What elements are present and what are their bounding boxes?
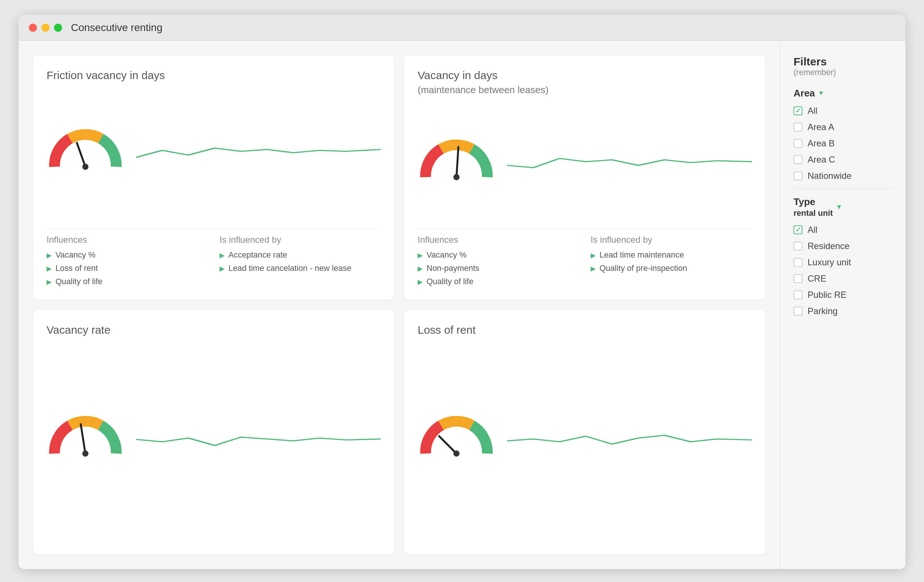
svg-line-2 xyxy=(457,147,458,176)
list-item: ▶Vacancy % xyxy=(417,250,579,260)
window-title: Consecutive renting xyxy=(71,22,162,34)
area-label: Area xyxy=(794,87,815,99)
arrow-icon: ▶ xyxy=(46,251,52,259)
list-item: ▶Non-payments xyxy=(417,264,579,273)
area-b-checkbox[interactable] xyxy=(794,139,802,148)
parking-checkbox[interactable] xyxy=(794,307,802,316)
area-c-label: Area C xyxy=(808,155,835,165)
public-re-label: Public RE xyxy=(808,290,846,300)
filters-subtitle: (remember) xyxy=(794,68,892,77)
list-item: ▶Loss of rent xyxy=(46,264,208,273)
title-bar: Consecutive renting xyxy=(18,15,906,41)
type-all-label: All xyxy=(808,225,818,235)
area-a-checkbox[interactable] xyxy=(794,123,802,132)
window-controls xyxy=(29,24,62,32)
svg-point-1 xyxy=(82,164,89,170)
friction-influences-col: Influences ▶Vacancy % ▶Loss of rent ▶Qua… xyxy=(46,235,208,286)
cre-checkbox[interactable] xyxy=(794,274,802,283)
vacancy-days-gauge xyxy=(417,138,495,183)
vacancy-rate-sparkline xyxy=(136,419,381,456)
sparkline-svg-2 xyxy=(507,142,752,179)
content-area: Friction vacancy in days xyxy=(18,41,906,569)
maximize-button[interactable] xyxy=(54,24,62,32)
arrow-icon: ▶ xyxy=(219,265,225,273)
type-option-cre[interactable]: CRE xyxy=(794,274,892,284)
type-label: Type xyxy=(794,196,833,208)
svg-point-3 xyxy=(454,174,460,180)
arrow-icon: ▶ xyxy=(591,265,596,273)
vacancy-influences-col: Influences ▶Vacancy % ▶Non-payments ▶Qua… xyxy=(417,235,579,286)
influence-text: Loss of rent xyxy=(55,264,98,273)
svg-point-5 xyxy=(82,450,89,457)
vacancy-influenced-list: ▶Lead time maintenance ▶Quality of pre-i… xyxy=(591,250,752,273)
svg-line-0 xyxy=(77,143,85,167)
vacancy-days-visuals xyxy=(417,105,752,216)
influence-text: Quality of life xyxy=(427,277,474,286)
type-option-all[interactable]: ✓ All xyxy=(794,225,892,235)
vacancy-days-card: Vacancy in days (maintenance between lea… xyxy=(404,55,765,300)
area-option-a[interactable]: Area A xyxy=(794,122,892,132)
gauge-svg-4 xyxy=(417,415,495,459)
gauge-svg-2 xyxy=(417,138,495,183)
arrow-icon: ▶ xyxy=(417,265,423,273)
area-option-b[interactable]: Area B xyxy=(794,138,892,148)
vacancy-rate-visuals xyxy=(46,339,381,535)
area-option-all[interactable]: ✓ All xyxy=(794,106,892,116)
vacancy-influenced-col: Is influenced by ▶Lead time maintenance … xyxy=(591,235,752,286)
type-option-parking[interactable]: Parking xyxy=(794,306,892,316)
friction-influenced-heading: Is influenced by xyxy=(219,235,381,245)
friction-influences-heading: Influences xyxy=(46,235,208,245)
influence-text: Vacancy % xyxy=(427,250,467,260)
residence-checkbox[interactable] xyxy=(794,242,802,251)
friction-vacancy-title: Friction vacancy in days xyxy=(46,69,381,82)
loss-of-rent-title: Loss of rent xyxy=(417,323,752,336)
list-item: ▶Acceptance rate xyxy=(219,250,381,260)
list-item: ▶Lead time maintenance xyxy=(591,250,752,260)
friction-vacancy-visuals xyxy=(46,84,381,216)
luxury-checkbox[interactable] xyxy=(794,258,802,267)
close-button[interactable] xyxy=(29,24,37,32)
type-option-residence[interactable]: Residence xyxy=(794,241,892,251)
type-option-public-re[interactable]: Public RE xyxy=(794,290,892,300)
type-option-luxury[interactable]: Luxury unit xyxy=(794,257,892,267)
influence-text: Lead time maintenance xyxy=(599,250,684,260)
arrow-icon: ▶ xyxy=(46,265,52,273)
area-option-c[interactable]: Area C xyxy=(794,155,892,165)
list-item: ▶Vacancy % xyxy=(46,250,208,260)
arrow-icon: ▶ xyxy=(46,278,52,286)
area-c-checkbox[interactable] xyxy=(794,155,802,164)
loss-of-rent-visuals xyxy=(417,339,752,535)
type-dropdown-icon[interactable]: ▼ xyxy=(836,203,842,211)
vacancy-rate-title: Vacancy rate xyxy=(46,323,381,336)
friction-vacancy-gauge xyxy=(46,128,124,173)
filters-sidebar: Filters (remember) Area ▼ ✓ All Area A A… xyxy=(780,41,906,569)
filters-title: Filters xyxy=(794,55,892,68)
main-window: Consecutive renting Friction vacancy in … xyxy=(18,15,906,569)
area-filter-title: Area ▼ xyxy=(794,87,892,99)
svg-line-4 xyxy=(81,424,85,453)
gauge-svg-3 xyxy=(46,415,124,459)
vacancy-days-title: Vacancy in days xyxy=(417,69,752,82)
sparkline-svg xyxy=(136,132,381,169)
minimize-button[interactable] xyxy=(41,24,50,32)
friction-influences-section: Influences ▶Vacancy % ▶Loss of rent ▶Qua… xyxy=(46,235,381,286)
cre-label: CRE xyxy=(808,274,827,284)
area-dropdown-icon[interactable]: ▼ xyxy=(818,89,825,97)
arrow-icon: ▶ xyxy=(417,251,423,259)
influence-text: Vacancy % xyxy=(55,250,96,260)
top-cards-row: Friction vacancy in days xyxy=(33,55,765,300)
public-re-checkbox[interactable] xyxy=(794,290,802,299)
loss-of-rent-card: Loss of rent xyxy=(404,310,765,554)
arrow-icon: ▶ xyxy=(219,251,225,259)
vacancy-influences-section: Influences ▶Vacancy % ▶Non-payments ▶Qua… xyxy=(417,235,752,286)
type-all-checkbox[interactable]: ✓ xyxy=(794,226,802,234)
residence-label: Residence xyxy=(808,241,849,251)
influence-text: Acceptance rate xyxy=(228,250,287,260)
nationwide-checkbox[interactable] xyxy=(794,171,802,180)
area-option-nationwide[interactable]: Nationwide xyxy=(794,171,892,181)
card-divider-2 xyxy=(417,228,752,229)
nationwide-label: Nationwide xyxy=(808,171,851,181)
checkmark-icon-2: ✓ xyxy=(795,226,801,234)
area-all-checkbox[interactable]: ✓ xyxy=(794,106,802,115)
friction-influenced-list: ▶Acceptance rate ▶Lead time cancelation … xyxy=(219,250,381,273)
